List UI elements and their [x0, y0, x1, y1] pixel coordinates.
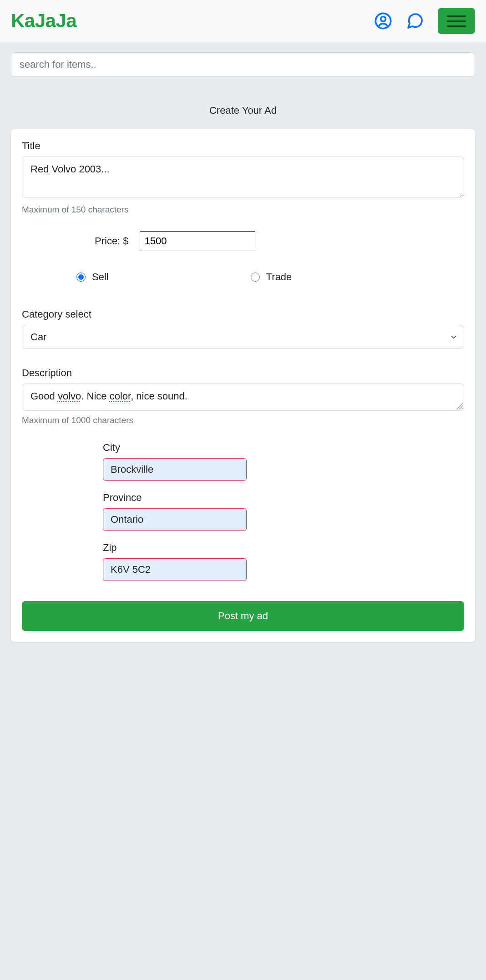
brand-logo[interactable]: KaJaJa — [11, 10, 76, 32]
trade-radio[interactable] — [251, 273, 260, 282]
category-select[interactable]: Car — [22, 325, 464, 349]
sell-radio[interactable] — [76, 273, 86, 282]
category-block: Category select Car — [22, 308, 464, 349]
navbar: KaJaJa — [0, 0, 486, 42]
zip-input[interactable] — [103, 558, 247, 581]
price-input[interactable] — [140, 231, 255, 251]
description-textarea[interactable]: Good volvo. Nice color, nice sound. — [22, 384, 464, 411]
search-input[interactable] — [11, 52, 475, 77]
price-label: Price: $ — [95, 235, 129, 247]
city-field: City — [103, 442, 464, 481]
category-label: Category select — [22, 308, 464, 320]
nav-right — [374, 8, 475, 34]
transaction-type-row: Sell Trade — [22, 271, 464, 283]
title-label: Title — [22, 140, 464, 152]
description-label: Description — [22, 367, 464, 379]
sell-radio-label[interactable]: Sell — [92, 271, 109, 283]
trade-radio-label[interactable]: Trade — [266, 271, 292, 283]
province-field: Province — [103, 492, 464, 531]
description-help: Maximum of 1000 characters — [22, 415, 464, 425]
menu-toggle-button[interactable] — [438, 8, 475, 34]
user-icon[interactable] — [374, 12, 392, 30]
city-input[interactable] — [103, 458, 247, 481]
svg-point-1 — [381, 17, 386, 22]
title-help: Maximum of 150 characters — [22, 205, 464, 215]
description-block: Description Good volvo. Nice color, nice… — [22, 367, 464, 425]
city-label: City — [103, 442, 464, 454]
price-row: Price: $ — [22, 231, 464, 251]
province-label: Province — [103, 492, 464, 504]
create-ad-card: Title Red Volvo 2003... Maximum of 150 c… — [11, 129, 475, 642]
post-ad-button[interactable]: Post my ad — [22, 601, 464, 631]
sell-radio-item: Sell — [76, 271, 109, 283]
location-block: City Province Zip — [22, 442, 464, 581]
resize-handle-icon — [456, 403, 463, 409]
province-input[interactable] — [103, 508, 247, 531]
title-textarea[interactable]: Red Volvo 2003... — [22, 157, 464, 197]
search-container — [0, 42, 486, 77]
trade-radio-item: Trade — [251, 271, 292, 283]
chat-icon[interactable] — [405, 12, 425, 30]
page-title: Create Your Ad — [0, 77, 486, 129]
zip-label: Zip — [103, 542, 464, 554]
zip-field: Zip — [103, 542, 464, 581]
